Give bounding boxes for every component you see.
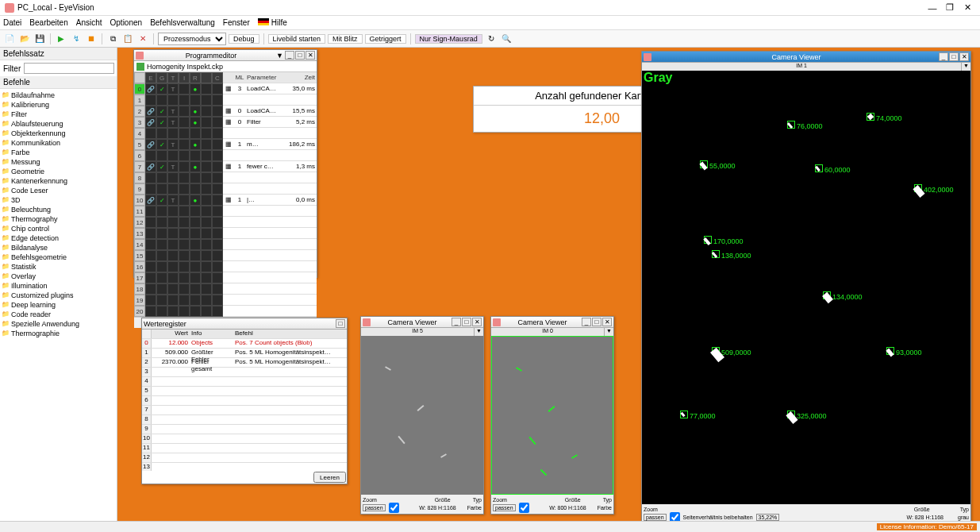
sidebar-item-0[interactable]: Bildaufnahme xyxy=(0,91,117,100)
tb-stop-icon[interactable]: ⏹ xyxy=(85,33,98,45)
wreg-clear-button[interactable]: Leeren xyxy=(313,472,346,483)
mitblitz-button[interactable]: Mit Blitz xyxy=(328,34,363,44)
sidebar-item-15[interactable]: Edge detection xyxy=(0,233,117,243)
sidebar-item-20[interactable]: Illumination xyxy=(0,281,117,291)
sidebar-item-17[interactable]: Befehlsgeometrie xyxy=(0,253,117,262)
license-info: License Information: Demo/65-17 xyxy=(877,523,977,530)
cam2-min-icon[interactable]: _ xyxy=(582,318,591,326)
blob-label: 402,0000 xyxy=(924,186,954,194)
tb-search-icon[interactable]: 🔍 xyxy=(500,33,513,45)
blob-label: 55,0000 xyxy=(709,162,736,170)
menu-befehlsverwaltung[interactable]: Befehlsverwaltung xyxy=(150,18,215,27)
caml-sub-dd[interactable]: ▼ xyxy=(961,63,970,71)
caml-canvas[interactable]: Gray 76,000055,000074,000060,0000402,000… xyxy=(642,71,970,504)
cam1-fit[interactable]: passen xyxy=(363,504,386,511)
prog-min-icon[interactable]: _ xyxy=(285,51,294,60)
window-close[interactable]: ✕ xyxy=(959,2,975,14)
toolbar: 📄 📂 💾 ▶ ↯ ⏹ ⧉ 📋 ✕ Prozessmodus Debug Liv… xyxy=(0,30,980,48)
window-min[interactable]: — xyxy=(924,2,940,14)
cam2-sub-dd[interactable]: ▼ xyxy=(604,328,613,336)
befehle-header: Befehle xyxy=(0,76,117,89)
sidebar-item-25[interactable]: Thermographie xyxy=(0,329,117,338)
flag-icon xyxy=(258,18,269,25)
cam1-max-icon[interactable]: □ xyxy=(462,318,471,326)
sidebar-item-14[interactable]: Chip control xyxy=(0,224,117,233)
caml-min-icon[interactable]: _ xyxy=(939,52,948,61)
cam1-canvas[interactable] xyxy=(361,336,483,495)
cam1-sub-dd[interactable]: ▼ xyxy=(474,328,483,336)
cam2-title: Camera Viewer xyxy=(503,318,582,326)
sidebar-item-7[interactable]: Messung xyxy=(0,157,117,167)
cam2-fit-check[interactable] xyxy=(519,503,529,513)
cam1-close-icon[interactable]: ✕ xyxy=(472,318,482,326)
blob-label: 138,0000 xyxy=(721,252,751,260)
sidebar-item-3[interactable]: Ablaufsteuerung xyxy=(0,119,117,129)
blob-label: 93,0000 xyxy=(896,349,922,357)
menu-ansicht[interactable]: Ansicht xyxy=(76,18,102,27)
debug-button[interactable]: Debug xyxy=(229,34,259,44)
cam2-close-icon[interactable]: ✕ xyxy=(602,318,612,326)
cam1-title: Camera Viewer xyxy=(373,318,452,326)
tb-open-icon[interactable]: 📂 xyxy=(18,33,31,45)
sidebar-item-16[interactable]: Bildanalyse xyxy=(0,243,117,253)
titlebar: PC_Local - EyeVision — ❐ ✕ xyxy=(0,0,980,16)
tb-delete-icon[interactable]: ✕ xyxy=(136,33,149,45)
sidebar-item-5[interactable]: Kommunikation xyxy=(0,138,117,148)
sidebar-item-11[interactable]: 3D xyxy=(0,195,117,205)
sidebar-item-8[interactable]: Geometrie xyxy=(0,167,117,176)
cam-small-1: Camera Viewer _□✕ IM 5▼ ZoomGrößeTyp pas… xyxy=(360,316,484,515)
sidebar-item-13[interactable]: Thermography xyxy=(0,214,117,224)
menu-hilfe[interactable]: Hilfe xyxy=(271,18,287,27)
sidebar-item-12[interactable]: Beleuchtung xyxy=(0,205,117,214)
menu-datei[interactable]: Datei xyxy=(3,18,21,27)
tb-save-icon[interactable]: 💾 xyxy=(33,33,46,45)
cam2-fit[interactable]: passen xyxy=(493,504,516,511)
blob-label: 325,0000 xyxy=(797,412,827,420)
getriggert-button[interactable]: Getriggert xyxy=(365,34,406,44)
sidebar-item-22[interactable]: Deep learning xyxy=(0,300,117,310)
cam1-fit-check[interactable] xyxy=(389,503,399,513)
sidebar-item-24[interactable]: Spezielle Anwendung xyxy=(0,319,117,329)
tb-run-icon[interactable]: ▶ xyxy=(55,33,67,45)
tb-new-icon[interactable]: 📄 xyxy=(3,33,16,45)
tb-refresh-icon[interactable]: ↻ xyxy=(485,33,498,45)
menu-fenster[interactable]: Fenster xyxy=(223,18,250,27)
menu-optionen[interactable]: Optionen xyxy=(110,18,143,27)
wreg-max-icon[interactable]: □ xyxy=(336,319,345,328)
sidebar-item-23[interactable]: Code reader xyxy=(0,310,117,319)
sidebar-item-18[interactable]: Statistik xyxy=(0,262,117,272)
cam1-icon xyxy=(363,318,371,326)
tb-step-icon[interactable]: ↯ xyxy=(70,33,83,45)
caml-close-icon[interactable]: ✕ xyxy=(959,52,969,61)
caml-icon xyxy=(644,53,651,61)
cam2-canvas[interactable] xyxy=(491,336,613,495)
prog-max-icon[interactable]: □ xyxy=(295,51,305,60)
filter-label: Filter xyxy=(3,64,21,73)
sidebar-item-10[interactable]: Code Leser xyxy=(0,186,117,195)
sidebar-header: Befehlssatz xyxy=(0,48,117,60)
nursign-button[interactable]: Nur Sign-Mausrad xyxy=(415,34,482,44)
cam1-min-icon[interactable]: _ xyxy=(452,318,461,326)
prog-close-icon[interactable]: ✕ xyxy=(306,51,315,60)
app-title: PC_Local - EyeVision xyxy=(17,3,94,12)
tb-paste-icon[interactable]: 📋 xyxy=(121,33,134,45)
window-max[interactable]: ❐ xyxy=(942,2,958,14)
sidebar-item-19[interactable]: Overlay xyxy=(0,272,117,281)
prog-editor-window: Programmeditor ▼ _ □ ✕ Homogenity Inspek… xyxy=(133,49,317,278)
mode-select[interactable]: Prozessmodus xyxy=(158,33,226,45)
sidebar-item-1[interactable]: Kalibrierung xyxy=(0,100,117,110)
cam2-max-icon[interactable]: □ xyxy=(592,318,601,326)
caml-max-icon[interactable]: □ xyxy=(949,52,959,61)
blob-label: 77,0000 xyxy=(690,412,716,420)
menu-bearbeiten[interactable]: Bearbeiten xyxy=(29,18,67,27)
sidebar-item-21[interactable]: Customized plugins xyxy=(0,291,117,300)
filter-input[interactable] xyxy=(24,63,114,74)
cam1-sub: IM 5 xyxy=(361,328,474,336)
livebild-button[interactable]: Livebild starten xyxy=(268,34,326,44)
sidebar-item-9[interactable]: Kantenerkennung xyxy=(0,176,117,186)
caml-fit[interactable]: passen xyxy=(644,514,667,521)
tb-copy-icon[interactable]: ⧉ xyxy=(106,33,119,45)
sidebar-item-4[interactable]: Objekterkennung xyxy=(0,129,117,138)
sidebar-item-6[interactable]: Farbe xyxy=(0,148,117,157)
sidebar-item-2[interactable]: Filter xyxy=(0,110,117,119)
